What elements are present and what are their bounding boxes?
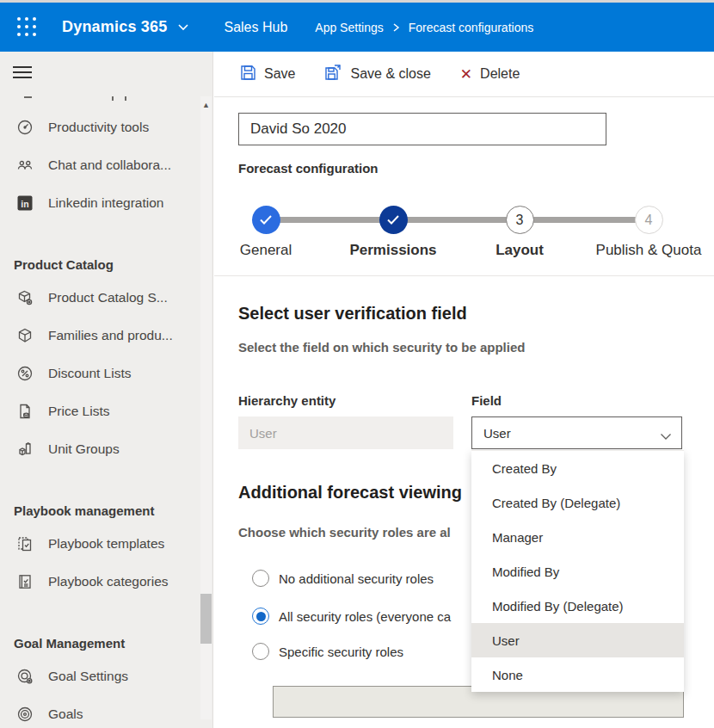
dropdown-option-created-by-delegate[interactable]: Created By (Delegate) bbox=[471, 485, 684, 520]
breadcrumb-forecast-configurations[interactable]: Forecast configurations bbox=[409, 21, 534, 34]
section-title-user-verification: Select user verification field bbox=[238, 304, 467, 324]
save-and-close-icon bbox=[324, 64, 342, 84]
dropdown-option-user-selected[interactable]: User bbox=[471, 623, 684, 657]
sidebar-item-linkedin-integration[interactable]: in Linkedin integration bbox=[0, 184, 212, 222]
app-name[interactable]: Sales Hub bbox=[224, 20, 287, 35]
step-general[interactable]: General bbox=[214, 206, 317, 259]
sidebar-section-product-catalog: Product Catalog bbox=[0, 244, 212, 279]
linkedin-icon: in bbox=[15, 194, 34, 213]
breadcrumb-app-settings[interactable]: App Settings bbox=[315, 21, 383, 34]
chevron-down-icon[interactable] bbox=[177, 23, 189, 31]
sidebar-item-price-lists[interactable]: Price Lists bbox=[0, 392, 212, 430]
people-icon bbox=[15, 156, 34, 175]
forecast-name-input[interactable] bbox=[238, 113, 606, 145]
step-number: 3 bbox=[506, 206, 534, 234]
section-subtitle-additional-viewing: Choose which security roles are al bbox=[238, 525, 451, 540]
dropdown-option-manager[interactable]: Manager bbox=[471, 520, 684, 554]
app-launcher-waffle-icon[interactable] bbox=[7, 8, 46, 47]
sidebar-item-families-and-products[interactable]: Families and produ... bbox=[0, 317, 212, 355]
field-combobox[interactable]: User bbox=[471, 416, 682, 449]
forecast-configuration-form: Forecast configuration General Permissio… bbox=[214, 97, 714, 728]
hierarchy-entity-input-disabled: User bbox=[238, 416, 453, 449]
bullseye-icon bbox=[15, 705, 34, 724]
target-gear-icon bbox=[15, 667, 34, 686]
step-complete-check-icon bbox=[379, 206, 408, 234]
step-number: 4 bbox=[635, 206, 663, 234]
section-subtitle-user-verification: Select the field on which security to be… bbox=[238, 340, 525, 355]
sidebar-section-goal-management: Goal Management bbox=[0, 623, 212, 657]
template-check-icon bbox=[15, 534, 34, 553]
sidebar-item-discount-lists[interactable]: Discount Lists bbox=[0, 355, 212, 392]
sidebar-scrollbar-thumb[interactable] bbox=[200, 594, 212, 644]
radio-specific-security-roles[interactable]: Specific security roles bbox=[252, 643, 403, 660]
radio-no-additional-roles[interactable]: No additional security roles bbox=[252, 570, 434, 587]
scroll-up-arrow-icon[interactable]: ▲ bbox=[200, 99, 212, 111]
sidebar-item-unit-groups[interactable]: Unit Groups bbox=[0, 430, 212, 468]
sidebar-item-goals[interactable]: Goals bbox=[0, 695, 212, 728]
chevron-down-icon bbox=[660, 429, 672, 443]
step-wizard: General Permissions 3 Layout 4 Publish &… bbox=[214, 206, 714, 271]
sidebar-item-playbook-categories[interactable]: Playbook categories bbox=[0, 563, 212, 601]
book-check-icon bbox=[15, 572, 34, 591]
save-icon bbox=[240, 65, 256, 84]
hamburger-menu-icon[interactable] bbox=[0, 52, 212, 93]
step-layout[interactable]: 3 Layout bbox=[468, 206, 571, 259]
sidebar-item-product-catalog-settings[interactable]: Product Catalog S... bbox=[0, 279, 212, 317]
dropdown-option-modified-by-delegate[interactable]: Modified By (Delegate) bbox=[471, 589, 684, 623]
section-divider bbox=[214, 275, 714, 276]
radio-all-security-roles[interactable]: All security roles (everyone ca bbox=[252, 608, 451, 625]
save-button[interactable]: Save bbox=[240, 65, 295, 84]
field-label: Field bbox=[471, 393, 502, 408]
sidebar-item-productivity-tools[interactable]: Productivity tools bbox=[0, 108, 212, 146]
sidebar-item-goal-settings[interactable]: Goal Settings bbox=[0, 657, 212, 695]
svg-text:in: in bbox=[21, 199, 28, 209]
sidebar-section-playbook-management: Playbook management bbox=[0, 490, 212, 525]
percent-circle-icon bbox=[15, 364, 34, 383]
cube-icon bbox=[15, 326, 34, 345]
sitemap-sidebar: Productivity tools Chat and collabora...… bbox=[0, 52, 213, 728]
step-permissions[interactable]: Permissions bbox=[342, 206, 445, 259]
delete-button[interactable]: ✕ Delete bbox=[460, 65, 520, 83]
dropdown-option-none[interactable]: None bbox=[471, 657, 684, 692]
step-complete-check-icon bbox=[252, 206, 280, 234]
sidebar-item-playbook-templates[interactable]: Playbook templates bbox=[0, 525, 212, 563]
radio-unchecked-icon bbox=[252, 643, 269, 660]
dropdown-option-created-by[interactable]: Created By bbox=[471, 451, 684, 485]
price-doc-icon bbox=[15, 402, 34, 421]
sidebar-item-chat-and-collaborate[interactable]: Chat and collabora... bbox=[0, 146, 212, 184]
chevron-right-icon bbox=[392, 22, 400, 33]
radio-checked-icon bbox=[252, 608, 269, 625]
dropdown-option-modified-by[interactable]: Modified By bbox=[471, 554, 684, 589]
forecast-configuration-label: Forecast configuration bbox=[238, 161, 379, 176]
radio-unchecked-icon bbox=[252, 570, 269, 587]
clipped-sidebar-item bbox=[0, 93, 212, 108]
units-icon bbox=[15, 440, 34, 459]
save-and-close-button[interactable]: Save & close bbox=[324, 64, 430, 84]
breadcrumb: App Settings Forecast configurations bbox=[315, 21, 533, 34]
gauge-icon bbox=[15, 118, 34, 137]
command-bar: Save Save & close ✕ Delete bbox=[214, 52, 714, 97]
hierarchy-entity-label: Hierarchy entity bbox=[238, 393, 335, 408]
brand-title[interactable]: Dynamics 365 bbox=[62, 18, 167, 36]
delete-x-icon: ✕ bbox=[460, 65, 472, 83]
cube-gear-icon bbox=[15, 288, 34, 307]
step-publish-quota[interactable]: 4 Publish & Quota bbox=[584, 206, 713, 259]
field-dropdown-list: Created By Created By (Delegate) Manager… bbox=[471, 450, 684, 692]
top-navigation-bar: Dynamics 365 Sales Hub App Settings Fore… bbox=[0, 3, 714, 52]
